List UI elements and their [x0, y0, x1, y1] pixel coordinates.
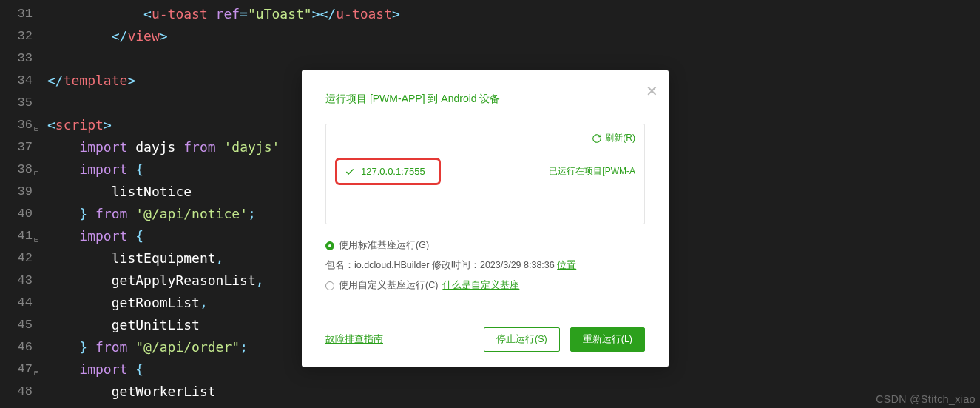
- line-number: 36⊟: [0, 114, 33, 136]
- line-number: 41⊟: [0, 225, 33, 247]
- mod-label: 修改时间：: [432, 260, 480, 270]
- fold-icon[interactable]: ⊟: [33, 230, 40, 252]
- option-custom-label: 使用自定义基座运行(C): [339, 279, 438, 292]
- mod-time: 2023/3/29 8:38:36: [480, 260, 555, 270]
- line-number: 34: [0, 70, 33, 92]
- run-options: 使用标准基座运行(G) 包名：io.dcloud.HBuilder 修改时间：2…: [325, 239, 645, 292]
- device-status: 已运行在项目[PWM-A: [549, 165, 635, 178]
- option-custom[interactable]: 使用自定义基座运行(C) 什么是自定义基座: [325, 279, 645, 292]
- check-icon: [345, 167, 355, 177]
- line-number: 42: [0, 247, 33, 270]
- line-number: 47⊟: [0, 358, 33, 381]
- refresh-button[interactable]: 刷新(R): [335, 132, 635, 144]
- line-number: 48: [0, 381, 33, 403]
- line-number: 31: [0, 3, 33, 25]
- fold-icon[interactable]: ⊟: [33, 163, 40, 185]
- line-number: 38⊟: [0, 158, 33, 181]
- line-number: 46: [0, 336, 33, 358]
- line-number: 49: [0, 403, 33, 408]
- dialog-footer: 故障排查指南 停止运行(S) 重新运行(L): [325, 327, 645, 352]
- pkg-name: io.dcloud.HBuilder: [354, 260, 429, 270]
- gutter: 31 32 33 34 35 36⊟ 37 38⊟ 39 40 41⊟ 42 4…: [0, 0, 38, 408]
- package-info: 包名：io.dcloud.HBuilder 修改时间：2023/3/29 8:3…: [325, 259, 645, 272]
- option-standard-label: 使用标准基座运行(G): [339, 239, 429, 252]
- close-icon[interactable]: ✕: [646, 84, 658, 98]
- pkg-label: 包名：: [325, 260, 354, 270]
- line-number: 40: [0, 203, 33, 225]
- dialog-title: 运行项目 [PWM-APP] 到 Android 设备: [325, 93, 669, 106]
- stop-button[interactable]: 停止运行(S): [484, 327, 560, 352]
- refresh-icon: [592, 133, 602, 144]
- radio-checked-icon[interactable]: [325, 241, 334, 250]
- device-chip[interactable]: 127.0.0.1:7555: [335, 158, 441, 185]
- device-list: 刷新(R) 127.0.0.1:7555 已运行在项目[PWM-A: [325, 124, 645, 224]
- line-number: 45: [0, 314, 33, 336]
- run-dialog: ✕ 运行项目 [PWM-APP] 到 Android 设备 刷新(R) 127.…: [302, 70, 669, 367]
- line-number: 39: [0, 181, 33, 203]
- what-is-custom-link[interactable]: 什么是自定义基座: [442, 279, 519, 292]
- line-number: 33: [0, 47, 33, 70]
- device-row[interactable]: 127.0.0.1:7555 已运行在项目[PWM-A: [335, 158, 635, 185]
- radio-unchecked-icon[interactable]: [325, 281, 334, 290]
- line-number: 44: [0, 292, 33, 314]
- troubleshoot-link[interactable]: 故障排查指南: [325, 333, 383, 346]
- rerun-button[interactable]: 重新运行(L): [570, 327, 645, 352]
- line-number: 37: [0, 136, 33, 158]
- location-link[interactable]: 位置: [557, 260, 576, 270]
- line-number: 32: [0, 25, 33, 47]
- option-standard[interactable]: 使用标准基座运行(G): [325, 239, 645, 252]
- line-number: 35: [0, 92, 33, 114]
- fold-icon[interactable]: ⊟: [33, 118, 40, 141]
- watermark: CSDN @Stitch_xiao: [876, 393, 976, 405]
- device-address: 127.0.0.1:7555: [361, 166, 425, 177]
- refresh-label: 刷新(R): [605, 132, 635, 144]
- line-number: 43: [0, 270, 33, 292]
- fold-icon[interactable]: ⊟: [33, 363, 40, 385]
